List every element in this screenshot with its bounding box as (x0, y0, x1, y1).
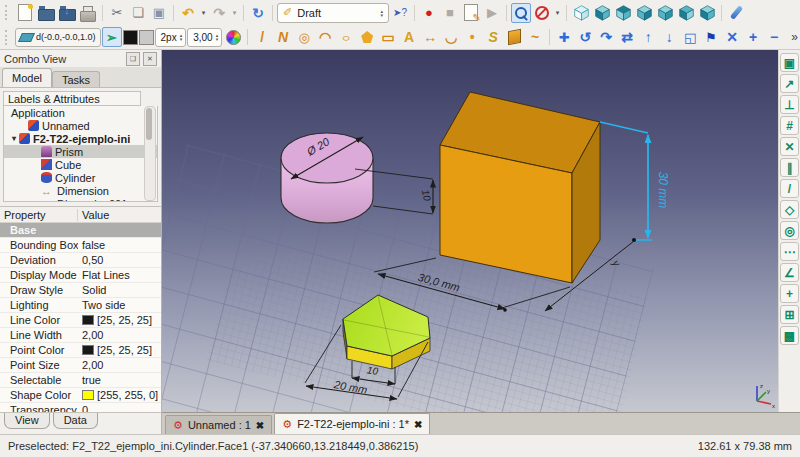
tab-model[interactable]: Model (2, 68, 52, 87)
view-left-icon[interactable] (697, 3, 717, 23)
property-line-color[interactable]: Line Color [25, 25, 25] (0, 313, 161, 328)
toggle-grid-icon[interactable]: ▩ (780, 326, 799, 345)
property-lighting[interactable]: Lighting Two side (0, 298, 161, 313)
property-line-width[interactable]: Line Width 2,00 (0, 328, 161, 343)
property-display-mode[interactable]: Display Mode Flat Lines (0, 268, 161, 283)
doc-tab-f2-t22[interactable]: ⚙ F2-T22-ejemplo-ini : 1* ✖ (274, 413, 430, 434)
draft-wire-icon[interactable]: N (273, 27, 293, 47)
snap-intersection-icon[interactable]: ✕ (780, 137, 799, 156)
property-point-color[interactable]: Point Color [25, 25, 25] (0, 343, 161, 358)
view-right-icon[interactable] (634, 3, 654, 23)
draft-circle-icon[interactable]: ◎ (294, 27, 314, 47)
draft-move-icon[interactable]: ✚ (554, 27, 574, 47)
doc-tab-unnamed[interactable]: ⚙ Unnamed : 1 ✖ (165, 415, 272, 434)
view-rear-icon[interactable] (655, 3, 675, 23)
copy-icon[interactable]: ❏ (128, 3, 148, 23)
tree-item-cylinder[interactable]: Cylinder (4, 171, 157, 184)
cube-shape[interactable] (440, 92, 600, 283)
draft-dimension-icon[interactable]: ↔ (420, 27, 440, 47)
view-front-icon[interactable] (592, 3, 612, 23)
view-top-icon[interactable] (613, 3, 633, 23)
paste-icon[interactable]: ▣ (149, 3, 169, 23)
undo-dropdown-icon[interactable]: ▾ (199, 3, 208, 23)
draft-offset-icon[interactable]: ↷ (596, 27, 616, 47)
snap-toggle-button[interactable]: ➢ (102, 27, 122, 47)
macro-record-icon[interactable]: ● (419, 3, 439, 23)
expander-icon[interactable]: ▾ (12, 134, 16, 143)
macro-stop-icon[interactable]: ■ (440, 3, 460, 23)
draft-subelement-icon[interactable]: ⚑ (701, 27, 721, 47)
draft-line-icon[interactable]: / (252, 27, 272, 47)
macro-edit-icon[interactable] (461, 3, 481, 23)
redo-icon[interactable]: ↷ (209, 3, 229, 23)
property-selectable[interactable]: Selectable true (0, 373, 161, 388)
snap-perpendicular-icon[interactable]: ⊥ (780, 95, 799, 114)
line-width-spinner[interactable]: 2px (155, 28, 187, 47)
snap-angle-icon[interactable]: ∠ (780, 263, 799, 282)
draw-style-dropdown-icon[interactable]: ▾ (553, 3, 562, 23)
new-file-icon[interactable] (15, 3, 35, 23)
tree-item-f2-t22-ejemplo-ini[interactable]: ▾ F2-T22-ejemplo-ini (4, 132, 157, 145)
print-icon[interactable] (78, 3, 98, 23)
refresh-icon[interactable]: ↻ (248, 3, 268, 23)
draw-style-icon[interactable] (532, 3, 552, 23)
tab-tasks[interactable]: Tasks (52, 71, 100, 87)
draft-fillet-icon[interactable]: ◡ (441, 27, 461, 47)
draft-shapestring-icon[interactable]: S (483, 27, 503, 47)
draft-polygon-icon[interactable] (357, 27, 377, 47)
redo-dropdown-icon[interactable]: ▾ (230, 3, 239, 23)
tree-scrollbar[interactable] (144, 106, 156, 201)
snap-parallel-icon[interactable]: ∥ (780, 158, 799, 177)
snap-near-icon[interactable]: / (780, 179, 799, 198)
snap-grid-icon[interactable]: # (780, 116, 799, 135)
toolbar-handle[interactable] (5, 5, 12, 20)
property-shape-color[interactable]: Shape Color [255, 255, 0] (0, 388, 161, 403)
toolbar-overflow-icon[interactable]: » (791, 30, 798, 44)
draft-facebinder-icon[interactable] (504, 27, 524, 47)
draft-del-point-icon[interactable]: − (764, 27, 784, 47)
property-point-size[interactable]: Point Size 2,00 (0, 358, 161, 373)
toolbar-handle[interactable] (5, 30, 12, 45)
close-icon[interactable]: ✖ (414, 419, 422, 430)
undo-icon[interactable]: ↶ (178, 3, 198, 23)
snap-working-plane-icon[interactable]: ⊞ (780, 305, 799, 324)
line-color-swatch[interactable] (123, 30, 138, 45)
draft-add-point-icon[interactable]: + (743, 27, 763, 47)
snap-lock-icon[interactable]: ▣ (780, 53, 799, 72)
view-bottom-icon[interactable] (676, 3, 696, 23)
draft-upgrade-icon[interactable]: ↑ (638, 27, 658, 47)
workbench-selector[interactable]: ✐ Draft (277, 3, 389, 23)
close-icon[interactable]: ✖ (256, 420, 264, 431)
autogroup-color-wheel-icon[interactable] (223, 27, 243, 47)
whats-this-icon[interactable]: ➤? (390, 3, 410, 23)
draft-bezier-icon[interactable]: ~ (525, 27, 545, 47)
working-plane-button[interactable]: d(-0.0,-0.0,1.0) (15, 28, 101, 47)
property-draw-style[interactable]: Draw Style Solid (0, 283, 161, 298)
draft-text-icon[interactable]: A (399, 27, 419, 47)
draft-rectangle-icon[interactable]: ▭ (378, 27, 398, 47)
draft-scale-icon[interactable]: ◱ (680, 27, 700, 47)
snap-center-icon[interactable]: ◎ (780, 221, 799, 240)
tree-item-prism[interactable]: Prism (4, 145, 157, 158)
open-folder-icon[interactable] (36, 3, 56, 23)
cut-icon[interactable]: ✂ (107, 3, 127, 23)
tree-scrollbar-thumb[interactable] (146, 108, 152, 140)
panel-float-icon[interactable]: ❏ (126, 52, 140, 66)
3d-viewport[interactable]: Ø 20 10 30 mm 30,0 mm y 10 (162, 50, 778, 412)
tree-item-dimension001[interactable]: Dimension001 (4, 197, 157, 202)
view-axonometric-icon[interactable] (571, 3, 591, 23)
macro-play-icon[interactable]: ▶ (482, 3, 502, 23)
draft-point-icon[interactable]: • (462, 27, 482, 47)
draft-downgrade-icon[interactable]: ↓ (659, 27, 679, 47)
property-deviation[interactable]: Deviation 0,50 (0, 253, 161, 268)
tab-view[interactable]: View (4, 413, 50, 429)
property-bounding-box[interactable]: Bounding Box false (0, 238, 161, 253)
snap-special-icon[interactable]: ◇ (780, 200, 799, 219)
tree-item-cube[interactable]: Cube (4, 158, 157, 171)
snap-dimensions-icon[interactable]: ⋯ (780, 242, 799, 261)
snap-extension-icon[interactable]: + (780, 284, 799, 303)
panel-close-icon[interactable]: ✕ (143, 52, 157, 66)
tree-item-dimension[interactable]: Dimension (4, 184, 157, 197)
face-color-swatch[interactable] (139, 30, 154, 45)
property-transparency[interactable]: Transparency 0 (0, 403, 161, 412)
